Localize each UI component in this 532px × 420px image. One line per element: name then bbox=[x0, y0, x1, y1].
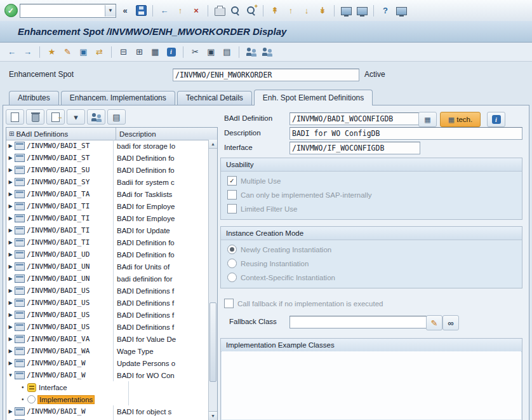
expander-icon[interactable]: ▶ bbox=[6, 409, 15, 414]
tree-copy-button[interactable] bbox=[46, 109, 65, 125]
tab-attributes[interactable]: Attributes bbox=[9, 91, 59, 105]
tree-row[interactable]: •Implementations bbox=[6, 393, 209, 405]
expander-icon[interactable]: ▶ bbox=[6, 167, 15, 173]
tree-row[interactable]: ▶/INVMWO/BADI_WBADI Definition fo bbox=[6, 417, 209, 420]
help-button[interactable]: ? bbox=[378, 4, 392, 18]
tree-sort-button[interactable]: ▾ bbox=[67, 109, 85, 125]
expander-icon[interactable]: ▶ bbox=[6, 143, 15, 149]
checkbox-icon[interactable] bbox=[227, 204, 237, 213]
scroll-down-icon[interactable]: ▼ bbox=[209, 411, 217, 420]
checkbox-limited-filter-use[interactable]: Limited Filter Use bbox=[227, 204, 522, 213]
expander-icon[interactable]: ▶ bbox=[6, 203, 15, 209]
cut-button[interactable]: ✂ bbox=[189, 45, 202, 58]
cancel-button[interactable]: × bbox=[189, 4, 203, 18]
tree-create-button[interactable] bbox=[6, 109, 24, 125]
command-dropdown-icon[interactable]: ▼ bbox=[105, 5, 116, 17]
tree-row[interactable]: ▶/INVMWO/BADI_USBADI Definitions f bbox=[6, 285, 209, 297]
expander-icon[interactable]: ▶ bbox=[6, 155, 15, 161]
expander-icon[interactable]: ▶ bbox=[6, 252, 15, 257]
hierarchy-expand-button[interactable]: ⊞ bbox=[133, 45, 146, 58]
expander-icon[interactable]: ▶ bbox=[6, 348, 15, 354]
tree-row[interactable]: ▶/INVMWO/BADI_STBADI Definition fo bbox=[6, 152, 209, 164]
new-session-button[interactable] bbox=[339, 4, 353, 18]
tab-technical-details[interactable]: Technical Details bbox=[177, 91, 252, 105]
enhancement-spot-field[interactable]: /INVMWO/ENH_MWORKORDER bbox=[173, 69, 359, 81]
tree-row[interactable]: •Interface bbox=[6, 381, 209, 393]
tree-row[interactable]: ▶/INVMWO/BADI_UDBADI Definition fo bbox=[6, 248, 209, 261]
expander-icon[interactable]: ▶ bbox=[6, 264, 15, 269]
back-button[interactable]: ← bbox=[157, 4, 171, 18]
tree-scrollbar[interactable]: ▲ ▼ bbox=[208, 140, 217, 420]
radio-reusing-instantiation[interactable]: Reusing Instantiation bbox=[227, 259, 522, 268]
tree-row[interactable]: ▶/INVMWO/BADI_TIBADI Definition fo bbox=[6, 236, 209, 248]
table-view-button[interactable]: ▦ bbox=[149, 45, 162, 58]
tree-row[interactable]: ▶/INVMWO/BADI_USBADI Definitions f bbox=[6, 297, 209, 309]
tree-row[interactable]: ▶/INVMWO/BADI_USBADI Definitions f bbox=[6, 321, 209, 333]
tech-button[interactable]: ▦tech. bbox=[440, 112, 481, 127]
tree-row[interactable]: ▶/INVMWO/BADI_TABAdi for Tasklists bbox=[6, 188, 209, 200]
fallback-checkbox-row[interactable]: Call fallback if no implementation is ex… bbox=[224, 299, 383, 308]
expander-icon[interactable]: ▶ bbox=[6, 324, 15, 330]
radio-icon[interactable] bbox=[227, 245, 237, 254]
info-button[interactable]: i bbox=[164, 45, 178, 58]
fallback-class-input[interactable] bbox=[289, 316, 427, 329]
tree-row[interactable]: ▶/INVMWO/BADI_WBADI for object s bbox=[6, 405, 209, 417]
print-button[interactable] bbox=[213, 4, 227, 18]
next-page-button[interactable]: ↓ bbox=[300, 4, 314, 18]
tree-row[interactable]: ▶/INVMWO/BADI_TIBADI for Update bbox=[6, 224, 209, 236]
enter-button[interactable]: ✓ bbox=[4, 4, 18, 18]
display-change-button[interactable]: ✎ bbox=[61, 45, 74, 58]
radio-icon[interactable] bbox=[227, 273, 237, 282]
last-page-button[interactable]: ↡ bbox=[316, 4, 329, 18]
radio-context-specific-instantiation[interactable]: Context-Specific Instantiation bbox=[227, 273, 522, 282]
description-field[interactable]: BADI for WO ConfigDB bbox=[289, 127, 522, 140]
radio-newly-creating-instantiation[interactable]: Newly Creating Instantiation bbox=[227, 245, 522, 254]
expander-icon[interactable]: ▶ bbox=[6, 336, 15, 342]
where-used-button[interactable] bbox=[244, 45, 258, 58]
expander-icon[interactable]: ▶ bbox=[6, 215, 15, 221]
expander-icon[interactable]: ▶ bbox=[6, 240, 15, 245]
copy-object-button[interactable]: ▣ bbox=[77, 45, 90, 58]
scroll-thumb[interactable] bbox=[209, 302, 216, 382]
tree-row[interactable]: ▶/INVMWO/BADI_UNbadi definition for bbox=[6, 273, 209, 285]
expander-icon[interactable]: ▼ bbox=[6, 372, 15, 378]
badi-definition-field[interactable]: /INVMWO/BADI_WOCONFIGDB bbox=[289, 112, 420, 125]
component-view-button[interactable]: ▦ bbox=[418, 112, 437, 127]
display-users-button[interactable] bbox=[260, 45, 274, 58]
tree-row[interactable]: ▼/INVMWO/BADI_WBADI for WO Con bbox=[6, 369, 209, 381]
tree-users-button[interactable] bbox=[87, 109, 105, 125]
radio-icon[interactable] bbox=[227, 259, 237, 268]
fallback-edit-button[interactable]: ✎ bbox=[426, 315, 442, 330]
find-next-button[interactable]: + bbox=[244, 4, 258, 18]
checkbox-can-only-be-implemented-sap-internally[interactable]: Can only be implemented SAP-internally bbox=[227, 190, 522, 200]
checkbox-icon[interactable] bbox=[227, 190, 237, 200]
previous-page-button[interactable]: ↑ bbox=[284, 4, 298, 18]
tree-row[interactable]: ▶/INVMWO/BADI_STbadi for storage lo bbox=[6, 140, 209, 152]
scroll-up-icon[interactable]: ▲ bbox=[209, 140, 217, 149]
expander-icon[interactable]: ▶ bbox=[6, 191, 15, 197]
nav-forward-button[interactable]: → bbox=[21, 45, 34, 58]
tree-row[interactable]: ▶/INVMWO/BADI_WUpdate Persons o bbox=[6, 357, 209, 369]
expander-icon[interactable]: ▶ bbox=[6, 179, 15, 185]
tree-row[interactable]: ▶/INVMWO/BADI_VABADI for Value De bbox=[6, 333, 209, 345]
fallback-checkbox-icon[interactable] bbox=[224, 299, 234, 308]
fallback-display-button[interactable]: ∞ bbox=[442, 315, 459, 330]
tab-enhancem-implementations[interactable]: Enhancem. Implementations bbox=[61, 91, 175, 105]
tree-row[interactable]: ▶/INVMWO/BADI_TIBADI for Employe bbox=[6, 200, 209, 212]
tree-filter-button[interactable]: ▤ bbox=[107, 109, 126, 125]
hierarchy-view-button[interactable]: ⊟ bbox=[117, 45, 130, 58]
expander-icon[interactable]: ▶ bbox=[6, 276, 15, 281]
tree-row[interactable]: ▶/INVMWO/BADI_SYBadii for system c bbox=[6, 176, 209, 188]
expander-icon[interactable]: ▶ bbox=[6, 360, 15, 366]
badi-info-button[interactable]: i bbox=[487, 112, 505, 127]
copy-button[interactable]: ▣ bbox=[204, 45, 218, 58]
tab-enh-spot-element-definitions[interactable]: Enh. Spot Element Definitions bbox=[254, 90, 373, 105]
expander-icon[interactable]: ▶ bbox=[6, 312, 15, 318]
find-button[interactable] bbox=[229, 4, 243, 18]
nav-back-button[interactable]: ← bbox=[5, 45, 18, 58]
checkbox-multiple-use[interactable]: ✓Multiple Use bbox=[227, 176, 522, 186]
expander-icon[interactable]: ▶ bbox=[6, 227, 15, 233]
exit-button[interactable]: ↑ bbox=[173, 4, 187, 18]
create-shortcut-button[interactable] bbox=[355, 4, 369, 18]
first-page-button[interactable]: ↟ bbox=[268, 4, 282, 18]
